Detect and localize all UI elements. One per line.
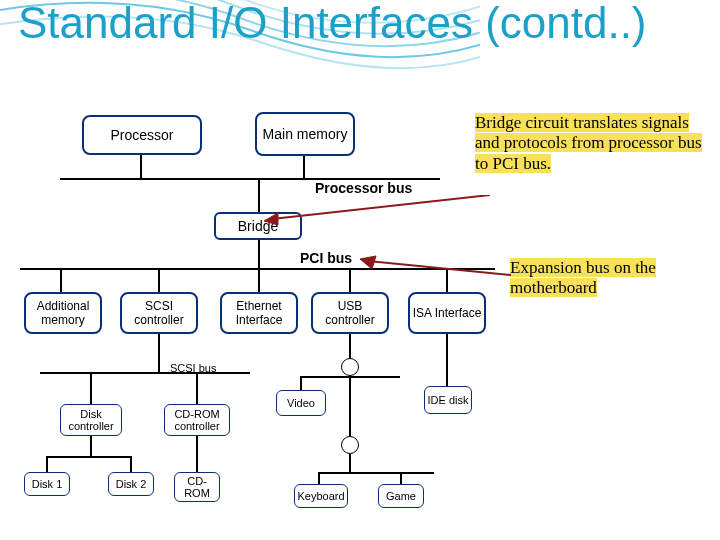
svg-line-0: [272, 195, 490, 219]
connector: [158, 270, 160, 292]
ide-disk-box: IDE disk: [424, 386, 472, 414]
connector: [400, 472, 402, 484]
ethernet-box: Ethernet Interface: [220, 292, 298, 334]
svg-marker-3: [360, 256, 376, 269]
connector: [349, 454, 351, 472]
keyboard-box: Keyboard: [294, 484, 348, 508]
connector: [300, 376, 302, 390]
connector: [46, 456, 48, 472]
bridge-note-text: Bridge circuit translates signals and pr…: [475, 113, 702, 173]
svg-line-2: [368, 261, 511, 275]
annotation-arrow-icon: [356, 255, 511, 285]
disk1-box: Disk 1: [24, 472, 70, 496]
game-box: Game: [378, 484, 424, 508]
annotation-arrow-icon: [260, 195, 490, 235]
cdrom-controller-box: CD-ROM controller: [164, 404, 230, 436]
connector: [130, 456, 132, 472]
connector: [46, 456, 132, 458]
connector: [318, 472, 434, 474]
disk-controller-box: Disk controller: [60, 404, 122, 436]
cdrom-box: CD-ROM: [174, 472, 220, 502]
connector: [196, 436, 198, 472]
scsi-controller-box: SCSI controller: [120, 292, 198, 334]
connector: [303, 156, 305, 178]
pci-note-text: Expansion bus on the motherboard: [510, 258, 656, 297]
connector: [90, 374, 92, 404]
additional-memory-box: Additional memory: [24, 292, 102, 334]
pci-bus-label: PCI bus: [300, 250, 352, 266]
usb-junction-icon: [341, 358, 359, 376]
processor-bus-label: Processor bus: [315, 180, 412, 196]
pci-note: Expansion bus on the motherboard: [510, 258, 710, 299]
connector: [158, 334, 160, 372]
connector: [258, 270, 260, 292]
svg-marker-1: [264, 213, 278, 225]
connector: [90, 436, 92, 456]
processor-box: Processor: [82, 115, 202, 155]
connector: [140, 155, 142, 178]
video-box: Video: [276, 390, 326, 416]
scsi-bus-line: [40, 372, 250, 374]
slide-title: Standard I/O Interfaces (contd..): [0, 0, 720, 46]
usb-junction2-icon: [341, 436, 359, 454]
isa-box: ISA Interface: [408, 292, 486, 334]
disk2-box: Disk 2: [108, 472, 154, 496]
connector: [446, 270, 448, 292]
connector: [258, 240, 260, 268]
connector: [196, 374, 198, 404]
connector: [318, 472, 320, 484]
main-memory-box: Main memory: [255, 112, 355, 156]
bridge-note: Bridge circuit translates signals and pr…: [475, 113, 705, 174]
connector: [349, 270, 351, 292]
connector: [446, 334, 448, 386]
connector: [60, 270, 62, 292]
usb-box: USB controller: [311, 292, 389, 334]
